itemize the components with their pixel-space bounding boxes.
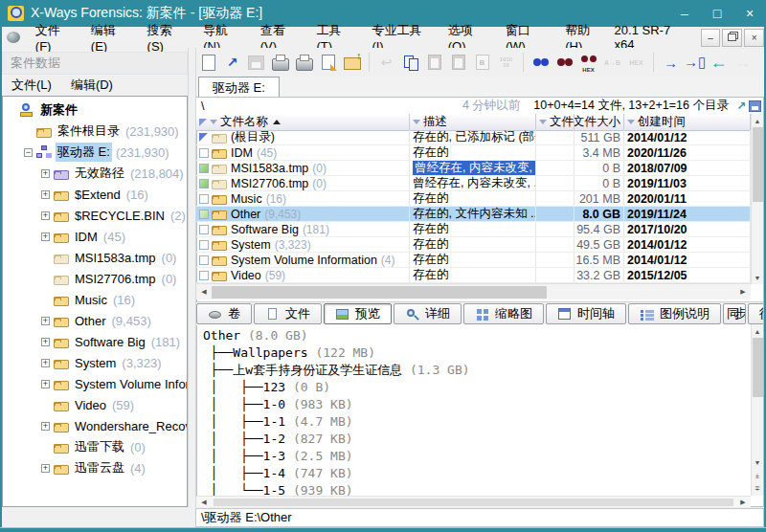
column-header-0[interactable]: 文件名称 [196,114,410,130]
row-checkbox[interactable] [199,164,209,173]
row-checkbox[interactable] [199,240,209,250]
view-tab-详细[interactable]: 详细 [394,303,462,324]
tree-item[interactable]: +$RECYCLE.BIN(2) [3,205,187,226]
import-folder-icon[interactable] [341,51,363,74]
view-tab-同步[interactable]: 同步 [723,303,746,324]
scroll-up-icon[interactable]: ▲ [752,324,763,338]
scroll-left-icon[interactable]: ◀ [196,288,212,296]
find-icon[interactable] [553,51,575,74]
undo-icon[interactable]: ↩ [375,51,397,74]
tree-item[interactable]: 新案件 [3,100,187,121]
tree-item[interactable]: MSI27706.tmp(0) [3,268,187,289]
copy-icon[interactable] [399,51,421,74]
menubar-item[interactable]: 文件(F) [28,22,83,54]
tree-item[interactable]: +System(3,323) [3,352,187,373]
view-tab-时间轴[interactable]: 时间轴 [546,303,626,324]
tree-item[interactable]: Music(16) [3,289,187,310]
view-tab-文件[interactable]: 文件 [254,303,322,324]
column-header-3[interactable]: 文件大小 [574,114,624,130]
hex-replace-icon[interactable]: HEX [625,51,647,74]
preview-vertical-scrollbar[interactable]: ▲ ▼ ± ∓ [751,324,763,496]
open-icon[interactable]: ↗ [221,51,243,74]
expander-plus-icon[interactable]: + [41,211,50,220]
tree-item[interactable]: +IDM(45) [3,226,187,247]
expander-plus-icon[interactable]: + [41,190,50,199]
filter-funnel-icon[interactable] [413,120,420,124]
expander-plus-icon[interactable]: + [41,233,50,241]
expander-plus-icon[interactable]: + [41,169,50,178]
goto-block-icon[interactable]: →▯ [684,51,706,74]
row-checkbox[interactable] [199,255,209,265]
scroll-thumb[interactable] [212,286,547,299]
goto-offset-icon[interactable]: → [660,51,682,74]
table-row[interactable]: Other(9,453)存在的, 文件内容未知 ...8.0 GB2019/11… [196,207,751,222]
view-tab-缩略图[interactable]: 缩略图 [463,303,544,324]
tree-item[interactable]: +Software Big(181) [3,331,187,352]
tree-item[interactable]: +无效路径(218,804) [3,163,187,184]
tree-item[interactable]: +迅雷云盘(4) [3,457,187,478]
paste-special-icon[interactable] [447,51,469,74]
column-header-4[interactable]: 创建时间 [624,114,751,130]
table-row[interactable]: Software Big(181)存在的95.4 GB2017/10/20 [196,222,751,237]
scroll-down-icon[interactable]: ▼ [752,455,763,469]
view-tab-卷[interactable]: 卷 [196,303,252,324]
properties-icon[interactable] [317,51,339,74]
binary-copy-icon[interactable]: 101010 [495,51,517,74]
preview-horizontal-scrollbar[interactable]: ◀ ▶ [196,496,751,507]
table-row[interactable]: Video(59)存在的33.2 GB2015/12/05 [196,268,751,283]
view-tab-图例说明[interactable]: 图例说明 [628,303,721,324]
filter-funnel-icon[interactable] [210,120,217,124]
view-tab-预览[interactable]: 预览 [324,303,392,324]
tree-item[interactable]: 迅雷下载(0) [3,436,187,457]
tree-item[interactable]: +Other(9,453) [3,310,187,331]
forward-icon[interactable]: → [732,51,754,74]
view-tab-行[interactable]: 行 [748,303,763,324]
back-icon[interactable]: ← [708,51,730,74]
mdi-minimize-button[interactable]: – [701,29,721,47]
filter-funnel-icon[interactable] [539,120,547,124]
expander-plus-icon[interactable]: + [41,338,50,346]
scroll-end-icon[interactable]: ∓ [752,482,763,496]
save-icon[interactable] [245,51,267,74]
filter-funnel-icon[interactable] [627,120,635,124]
print-icon[interactable] [293,51,315,74]
scroll-thumb[interactable] [753,338,763,397]
table-row[interactable]: Music(16)存在的201 MB2020/01/11 [196,191,751,207]
print-preview-icon[interactable] [269,51,291,74]
table-row[interactable]: System(3,323)存在的49.5 GB2014/01/12 [196,237,751,253]
tree-item[interactable]: Video(59) [3,394,187,415]
tree-item[interactable]: 案件根目录(231,930) [3,121,187,142]
system-menu-icon[interactable] [7,32,20,43]
hex-search-icon[interactable]: HEX [577,51,599,74]
menubar-item[interactable]: 编辑(E) [83,22,140,54]
expander-plus-icon[interactable]: + [41,380,50,388]
tab-drive-e[interactable]: 驱动器 E: [198,77,280,98]
row-checkbox[interactable] [199,210,209,219]
expander-plus-icon[interactable]: + [41,422,50,431]
table-row[interactable]: MSI27706.tmp(0)曾经存在, 内容未改变, ...0 B2019/1… [196,176,751,191]
tree-item[interactable]: MSI1583a.tmp(0) [3,247,187,268]
scroll-up-icon[interactable]: ▲ [752,114,763,127]
simultaneous-search-icon[interactable] [529,51,552,74]
scroll-page-icon[interactable]: ± [752,469,763,482]
table-row[interactable]: MSI1583a.tmp(0)曾经存在, 内容未改变, 已查看0 B2018/0… [196,161,751,176]
recursive-view-icon[interactable]: ↗ [736,100,746,113]
expander-plus-icon[interactable]: + [41,317,50,325]
text-replace-icon[interactable]: A→B [601,51,623,74]
row-checkbox[interactable] [199,148,209,158]
row-checkbox[interactable] [199,225,209,234]
tree-item[interactable]: −驱动器 E:(231,930) [3,142,187,163]
table-row[interactable]: IDM(45)存在的3.4 MB2020/11/26 [196,145,751,161]
expander-minus-icon[interactable]: − [24,148,33,157]
scroll-thumb[interactable] [753,127,763,202]
tree-item[interactable]: +$Extend(16) [3,184,187,205]
row-checkbox[interactable] [199,194,209,204]
table-horizontal-scrollbar[interactable]: ◀ ▶ [196,283,751,299]
row-checkbox[interactable] [199,179,209,188]
expander-plus-icon[interactable]: + [41,464,50,473]
column-header-2[interactable]: 文件类 [536,114,574,130]
scroll-left-icon[interactable]: ◀ [196,499,212,506]
mdi-close-button[interactable]: × [744,29,764,47]
new-file-icon[interactable] [197,51,219,74]
scroll-thumb[interactable] [214,499,733,506]
